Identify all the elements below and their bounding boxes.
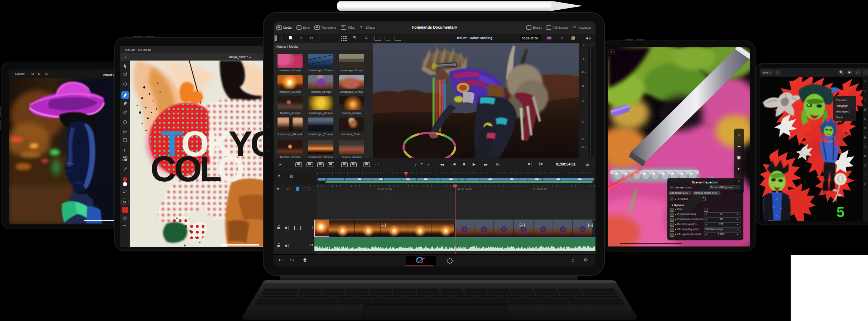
svg-text:⋯: ⋯ (123, 224, 126, 227)
svg-text:9:41 AM Tue Oct 18: 9:41 AM Tue Oct 18 (125, 48, 151, 52)
svg-text:↺: ↺ (31, 72, 34, 76)
svg-text:‹: ‹ (125, 55, 126, 59)
svg-text:O: O (217, 149, 243, 189)
svg-text:↻: ↻ (38, 72, 40, 76)
svg-text:⋯: ⋯ (249, 48, 252, 52)
svg-text:⟨|⟩: ⟨|⟩ (45, 72, 48, 76)
svg-text:COL: COL (150, 149, 221, 189)
svg-text:5: 5 (836, 204, 844, 220)
svg-text:66: 66 (123, 200, 126, 203)
svg-text:i: i (611, 51, 612, 54)
svg-text:T: T (124, 148, 126, 152)
svg-text:Cancel: Cancel (15, 72, 25, 76)
svg-text:Adjust C: Adjust C (103, 73, 114, 76)
svg-text:tokyo_color * ⌄: tokyo_color * ⌄ (229, 55, 251, 59)
